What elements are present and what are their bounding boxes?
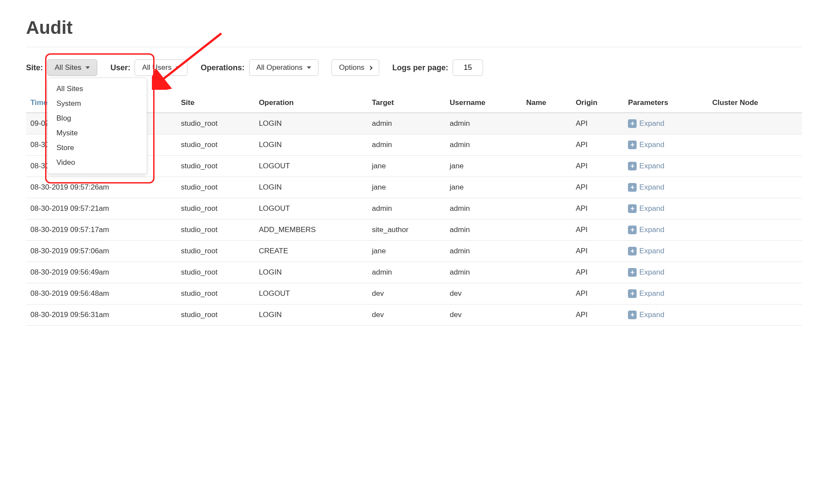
table-cell: site_author xyxy=(368,219,445,241)
table-cell xyxy=(522,134,571,156)
table-cell-cluster-node xyxy=(708,219,802,241)
col-target[interactable]: Target xyxy=(368,93,445,113)
table-cell-parameters: +Expand xyxy=(624,177,708,198)
site-filter-label: Site: xyxy=(26,63,43,72)
expand-button[interactable]: +Expand xyxy=(628,268,664,277)
expand-label: Expand xyxy=(639,247,664,255)
site-dropdown-button[interactable]: All Sites xyxy=(47,59,97,76)
table-cell: API xyxy=(572,198,624,219)
table-cell: admin xyxy=(445,134,522,156)
expand-button[interactable]: +Expand xyxy=(628,183,664,192)
expand-label: Expand xyxy=(639,204,664,213)
expand-button[interactable]: +Expand xyxy=(628,119,664,128)
table-cell: studio_root xyxy=(177,219,254,241)
site-dropdown-item[interactable]: Mysite xyxy=(48,126,147,141)
expand-button[interactable]: +Expand xyxy=(628,247,664,255)
expand-button[interactable]: +Expand xyxy=(628,226,664,234)
plus-icon: + xyxy=(628,162,637,170)
table-cell xyxy=(522,198,571,219)
site-dropdown-item[interactable]: Store xyxy=(48,141,147,155)
table-cell-cluster-node xyxy=(708,262,802,283)
table-cell: studio_root xyxy=(177,262,254,283)
plus-icon: + xyxy=(628,289,637,298)
col-operation[interactable]: Operation xyxy=(254,93,368,113)
expand-label: Expand xyxy=(639,183,664,192)
site-dropdown-item[interactable]: System xyxy=(48,96,147,111)
table-cell-parameters: +Expand xyxy=(624,304,708,326)
table-cell: jane xyxy=(368,156,445,177)
table-cell: 08-30-2019 09:56:48am xyxy=(26,283,177,304)
table-cell: dev xyxy=(368,304,445,326)
table-cell xyxy=(522,113,571,134)
table-cell xyxy=(522,241,571,262)
table-row: 08-30-2019 09:56:31amstudio_rootLOGINdev… xyxy=(26,304,802,326)
table-cell xyxy=(522,283,571,304)
table-cell: API xyxy=(572,134,624,156)
table-cell: API xyxy=(572,304,624,326)
expand-label: Expand xyxy=(639,311,664,319)
col-username[interactable]: Username xyxy=(445,93,522,113)
operations-dropdown-button[interactable]: All Operations xyxy=(249,59,319,76)
table-cell-parameters: +Expand xyxy=(624,219,708,241)
plus-icon: + xyxy=(628,183,637,192)
table-cell: dev xyxy=(445,283,522,304)
caret-down-icon xyxy=(85,66,90,69)
table-cell: LOGIN xyxy=(254,304,368,326)
options-button[interactable]: Options xyxy=(332,59,379,76)
table-cell: admin xyxy=(368,134,445,156)
table-cell: studio_root xyxy=(177,304,254,326)
plus-icon: + xyxy=(628,141,637,149)
table-cell: LOGOUT xyxy=(254,283,368,304)
options-button-label: Options xyxy=(339,63,365,72)
site-dropdown-item[interactable]: All Sites xyxy=(48,82,147,96)
table-cell: ADD_MEMBERS xyxy=(254,219,368,241)
table-cell: admin xyxy=(445,241,522,262)
expand-label: Expand xyxy=(639,162,664,170)
user-filter-label: User: xyxy=(110,63,130,72)
expand-button[interactable]: +Expand xyxy=(628,311,664,319)
expand-button[interactable]: +Expand xyxy=(628,162,664,170)
site-dropdown-item[interactable]: Video xyxy=(48,155,147,170)
filter-bar: Site: All Sites All SitesSystemBlogMysit… xyxy=(26,59,802,76)
table-cell xyxy=(522,177,571,198)
col-parameters[interactable]: Parameters xyxy=(624,93,708,113)
logs-per-page-input[interactable] xyxy=(453,59,483,76)
expand-button[interactable]: +Expand xyxy=(628,289,664,298)
table-cell: admin xyxy=(368,262,445,283)
table-cell: admin xyxy=(368,113,445,134)
expand-label: Expand xyxy=(639,268,664,277)
table-cell: API xyxy=(572,177,624,198)
table-row: 08-30-2019 09:57:17amstudio_rootADD_MEMB… xyxy=(26,219,802,241)
table-cell: 08-30-2019 09:56:49am xyxy=(26,262,177,283)
site-dropdown-item[interactable]: Blog xyxy=(48,111,147,126)
table-cell: admin xyxy=(445,219,522,241)
table-cell-cluster-node xyxy=(708,156,802,177)
table-cell: studio_root xyxy=(177,198,254,219)
col-origin[interactable]: Origin xyxy=(572,93,624,113)
table-row: 08-30-2019 09:56:49amstudio_rootLOGINadm… xyxy=(26,262,802,283)
table-cell: 08-30-2019 09:57:26am xyxy=(26,177,177,198)
table-cell: studio_root xyxy=(177,134,254,156)
table-cell-parameters: +Expand xyxy=(624,283,708,304)
table-cell-parameters: +Expand xyxy=(624,241,708,262)
table-cell: jane xyxy=(368,177,445,198)
table-cell-cluster-node xyxy=(708,113,802,134)
table-cell xyxy=(522,219,571,241)
expand-button[interactable]: +Expand xyxy=(628,204,664,213)
table-row: 08-30-2019 09:57:06amstudio_rootCREATEja… xyxy=(26,241,802,262)
user-dropdown-button[interactable]: All Users xyxy=(135,59,187,76)
col-site[interactable]: Site xyxy=(177,93,254,113)
operations-dropdown-selected: All Operations xyxy=(256,63,303,72)
operations-filter-label: Operations: xyxy=(200,63,244,72)
site-dropdown-menu: All SitesSystemBlogMysiteStoreVideo xyxy=(47,78,147,174)
table-cell-parameters: +Expand xyxy=(624,113,708,134)
expand-button[interactable]: +Expand xyxy=(628,141,664,149)
table-cell: LOGOUT xyxy=(254,156,368,177)
col-cluster-node[interactable]: Cluster Node xyxy=(708,93,802,113)
col-name[interactable]: Name xyxy=(522,93,571,113)
user-dropdown-selected: All Users xyxy=(142,63,171,72)
table-cell: 08-30-2019 09:56:31am xyxy=(26,304,177,326)
page-title: Audit xyxy=(26,17,802,38)
table-cell-cluster-node xyxy=(708,304,802,326)
table-cell: studio_root xyxy=(177,283,254,304)
